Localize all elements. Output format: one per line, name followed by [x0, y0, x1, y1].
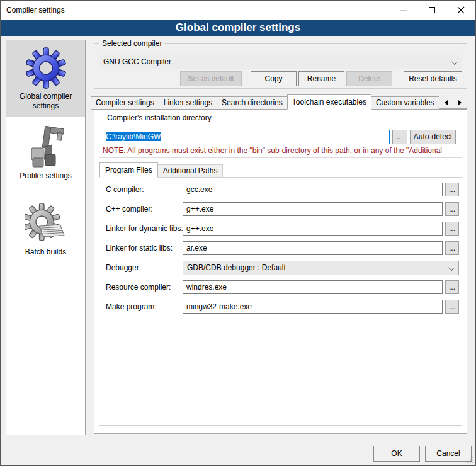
- programs-subtabstrip: Program Files Additional Paths: [99, 163, 222, 178]
- arrow-right-icon: [458, 100, 462, 105]
- rename-button[interactable]: Rename: [298, 71, 344, 86]
- chevron-down-icon: [451, 59, 457, 65]
- cpp-compiler-browse-button[interactable]: ...: [445, 202, 459, 216]
- tab-scroll-right-button[interactable]: [453, 96, 467, 109]
- copy-button[interactable]: Copy: [251, 71, 297, 86]
- linker-static-input[interactable]: [183, 241, 443, 255]
- c-compiler-browse-button[interactable]: ...: [445, 183, 459, 196]
- installation-directory-value: C:\raylib\MinGW: [106, 132, 161, 141]
- compiler-settings-dialog: Compiler settings Global compiler settin…: [0, 0, 476, 466]
- sidebar-item-label: Global compiler settings: [6, 91, 85, 117]
- resource-compiler-input[interactable]: [183, 280, 443, 294]
- tab-compiler-settings[interactable]: Compiler settings: [91, 96, 159, 110]
- sidebar-item-label: Profiler settings: [6, 170, 85, 187]
- selected-compiler-group-label: Selected compiler: [99, 39, 164, 48]
- cpp-compiler-input[interactable]: [183, 202, 443, 216]
- installation-directory-input[interactable]: C:\raylib\MinGW: [103, 130, 390, 144]
- cpp-compiler-label: C++ compiler:: [106, 205, 153, 213]
- maximize-button[interactable]: [417, 1, 446, 20]
- tab-scroll-left-button[interactable]: [439, 96, 453, 109]
- sidebar-item-global-compiler-settings[interactable]: Global compiler settings: [6, 40, 85, 117]
- c-compiler-input[interactable]: [183, 183, 443, 196]
- caliper-icon: [6, 125, 85, 170]
- tab-search-directories[interactable]: Search directories: [217, 96, 288, 110]
- tab-toolchain-executables[interactable]: Toolchain executables: [287, 94, 371, 110]
- linker-dynamic-browse-button[interactable]: ...: [445, 222, 459, 236]
- tab-custom-variables[interactable]: Custom variables: [371, 96, 439, 110]
- main-tabstrip: Compiler settings Linker settings Search…: [91, 95, 457, 110]
- footer-divider: [6, 441, 472, 441]
- c-compiler-label: C compiler:: [106, 185, 144, 194]
- directory-browse-button[interactable]: ...: [392, 130, 407, 144]
- chevron-down-icon: [448, 265, 454, 271]
- linker-static-label: Linker for static libs:: [106, 244, 173, 253]
- debugger-select-value: GDB/CDB debugger : Default: [187, 263, 286, 272]
- make-program-label: Make program:: [106, 302, 157, 311]
- set-as-default-button: Set as default: [180, 71, 242, 86]
- resource-compiler-browse-button[interactable]: ...: [445, 280, 459, 294]
- cancel-button[interactable]: Cancel: [425, 446, 472, 462]
- make-program-input[interactable]: [183, 300, 443, 314]
- tab-linker-settings[interactable]: Linker settings: [159, 96, 217, 110]
- maximize-icon: [429, 7, 435, 13]
- debugger-label: Debugger:: [106, 263, 141, 272]
- settings-sidebar: Global compiler settings Profiler settin…: [6, 40, 86, 435]
- make-program-browse-button[interactable]: ...: [445, 300, 459, 314]
- debugger-select[interactable]: GDB/CDB debugger : Default: [183, 261, 459, 275]
- window-title: Compiler settings: [6, 6, 65, 14]
- subtab-program-files[interactable]: Program Files: [99, 162, 158, 178]
- gray-gear-stack-icon: [6, 201, 85, 246]
- sidebar-item-batch-builds[interactable]: Batch builds: [6, 196, 85, 263]
- resource-compiler-label: Resource compiler:: [106, 283, 171, 292]
- delete-button: Delete: [346, 71, 392, 86]
- linker-static-browse-button[interactable]: ...: [445, 241, 459, 255]
- ok-button[interactable]: OK: [373, 446, 420, 462]
- compiler-select-value: GNU GCC Compiler: [103, 57, 171, 66]
- sidebar-item-label: Batch builds: [6, 246, 85, 263]
- linker-dynamic-label: Linker for dynamic libs:: [106, 224, 183, 233]
- titlebar[interactable]: Compiler settings: [1, 1, 475, 20]
- minimize-icon: [400, 10, 407, 11]
- resize-grip[interactable]: [467, 457, 473, 463]
- subtab-additional-paths[interactable]: Additional Paths: [157, 164, 224, 178]
- minimize-button: [388, 1, 417, 20]
- installation-directory-group-label: Compiler's installation directory: [105, 113, 214, 122]
- blue-gear-icon: [6, 45, 85, 91]
- linker-dynamic-input[interactable]: [183, 222, 443, 236]
- auto-detect-button[interactable]: Auto-detect: [410, 130, 456, 144]
- close-icon: [457, 6, 465, 14]
- note-text: NOTE: All programs must exist either in …: [103, 146, 462, 155]
- close-button[interactable]: [446, 1, 475, 20]
- page-title: Global compiler settings: [1, 20, 475, 36]
- arrow-left-icon: [445, 100, 448, 105]
- compiler-select[interactable]: GNU GCC Compiler: [99, 55, 462, 69]
- reset-defaults-button[interactable]: Reset defaults: [404, 71, 462, 86]
- sidebar-item-profiler-settings[interactable]: Profiler settings: [6, 120, 85, 187]
